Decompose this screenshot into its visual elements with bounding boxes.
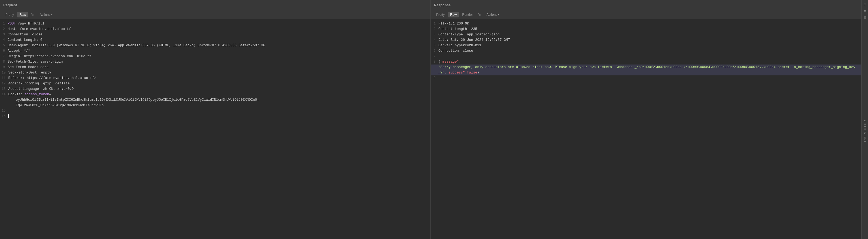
response-tab-newline[interactable]: \n bbox=[476, 12, 483, 18]
response-line-9: 9 bbox=[431, 75, 861, 81]
text-cursor bbox=[8, 114, 9, 118]
request-line-13: 13 Accept-Language: zh-CN, zh;q=0.9 bbox=[0, 86, 430, 92]
request-line-4: 4 Content-Length: 0 bbox=[0, 37, 430, 43]
response-line-4: 4 Date: Sat, 29 Jun 2024 19:22:37 GMT bbox=[431, 37, 861, 43]
request-pane: Request Pretty Raw \n Actions ▾ 1 POST /… bbox=[0, 0, 431, 239]
inspector-sidebar: ⊞ ≡ ⊟ INSPECTOR bbox=[862, 0, 868, 239]
request-line-8: 8 Sec-Fetch-Site: same-origin bbox=[0, 59, 430, 65]
request-line-7: 7 Origin: https://fare-evasion.chal.uiuc… bbox=[0, 54, 430, 59]
response-tab-raw[interactable]: Raw bbox=[448, 12, 459, 18]
request-line-10: 10 Sec-Fetch-Dest: empty bbox=[0, 70, 430, 75]
request-title: Request bbox=[3, 3, 17, 7]
response-pane: Response Pretty Raw Render \n Actions ▾ … bbox=[431, 0, 862, 239]
response-toolbar: Pretty Raw Render \n Actions ▾ bbox=[431, 10, 861, 19]
response-line-2: 2 Content-Length: 235 bbox=[431, 26, 861, 32]
request-line-14c: EqwTzKXS85U_CbNznSxBz8qA1mDZOs1JomTXSbsw… bbox=[0, 103, 430, 108]
panel-view-icon[interactable]: ⊟ bbox=[862, 15, 867, 20]
response-title: Response bbox=[434, 3, 451, 7]
response-tab-render[interactable]: Render bbox=[460, 12, 475, 18]
request-line-16: 16 bbox=[0, 113, 430, 119]
request-line-11: 11 Referer: https://fare-evasion.chal.ui… bbox=[0, 75, 430, 81]
response-line-6: 6 Connection: close bbox=[431, 48, 861, 54]
response-header: Response bbox=[431, 0, 861, 10]
request-line-9: 9 Sec-Fetch-Mode: cors bbox=[0, 65, 430, 70]
request-toolbar: Pretty Raw \n Actions ▾ bbox=[0, 10, 430, 19]
chevron-down-icon: ▾ bbox=[51, 13, 53, 16]
response-line-7: 7 bbox=[431, 54, 861, 59]
response-tab-pretty[interactable]: Pretty bbox=[434, 12, 447, 18]
request-line-5: 5 User-Agent: Mozilla/5.0 (Windows NT 10… bbox=[0, 43, 430, 48]
list-view-icon[interactable]: ≡ bbox=[863, 8, 867, 13]
request-tab-pretty[interactable]: Pretty bbox=[3, 12, 16, 18]
request-line-1: 1 POST /pay HTTP/1.1 bbox=[0, 21, 430, 26]
response-content[interactable]: 1 HTTP/1.1 200 OK 2 Content-Length: 235 … bbox=[431, 19, 861, 239]
request-header: Request bbox=[0, 0, 430, 10]
chevron-down-icon: ▾ bbox=[498, 13, 499, 16]
request-line-15: 15 bbox=[0, 108, 430, 113]
response-line-8a: 8 {"message": bbox=[431, 59, 861, 65]
response-actions-button[interactable]: Actions ▾ bbox=[485, 12, 502, 18]
grid-view-icon[interactable]: ⊞ bbox=[862, 2, 867, 7]
request-tab-newline[interactable]: \n bbox=[29, 12, 36, 18]
request-line-12: 12 Accept-Encoding: gzip, deflate bbox=[0, 81, 430, 86]
response-line-3: 3 Content-Type: application/json bbox=[431, 32, 861, 37]
response-line-1: 1 HTTP/1.1 200 OK bbox=[431, 21, 861, 26]
request-line-2: 2 Host: fare-evasion.chal.uiuc.tf bbox=[0, 26, 430, 32]
request-actions-button[interactable]: Actions ▾ bbox=[37, 12, 55, 18]
request-tab-raw[interactable]: Raw bbox=[17, 12, 28, 18]
request-line-14b: eyJhbGciOiJIUzI1NiIsImtpZCI6InBhc3Nlbmdl… bbox=[0, 97, 430, 103]
response-line-8b: "Sorry passenger, only conductors are al… bbox=[431, 65, 861, 75]
request-line-3: 3 Connection: close bbox=[0, 32, 430, 37]
request-line-14a: 14 Cookie: access_token= bbox=[0, 92, 430, 97]
inspector-label: INSPECTOR bbox=[863, 117, 867, 144]
request-line-6: 6 Accept: */* bbox=[0, 48, 430, 54]
response-line-5: 5 Server: hypercorn-h11 bbox=[431, 43, 861, 48]
request-content[interactable]: 1 POST /pay HTTP/1.1 2 Host: fare-evasio… bbox=[0, 19, 430, 239]
